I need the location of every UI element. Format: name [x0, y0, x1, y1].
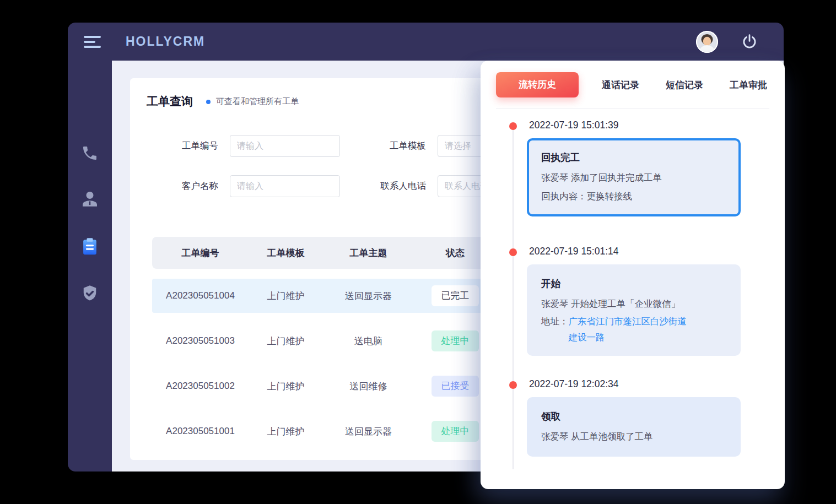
timeline-dot-icon [509, 122, 517, 130]
detail-panel: 流转历史通话记录短信记录工单审批 2022-07-19 15:01:39回执完工… [481, 61, 785, 489]
phone-icon [81, 144, 99, 162]
filter-label-customer-name: 客户名称 [155, 180, 218, 192]
clipboard-icon [79, 236, 100, 257]
timeline-timestamp: 2022-07-19 15:01:39 [529, 120, 785, 131]
status-badge: 处理中 [432, 421, 479, 442]
timeline-card-text: 张爱琴 添加了回执并完成工单 [541, 169, 726, 187]
timeline-card-title: 开始 [541, 277, 726, 290]
status-badge: 已接受 [432, 376, 479, 397]
timeline-entry: 2022-07-19 12:02:34领取张爱琴 从工单池领取了工单 [481, 378, 785, 457]
table-row[interactable]: A202305051003上门维护送电脑处理中 [152, 324, 497, 358]
timeline-card-title: 领取 [541, 410, 726, 423]
timeline-timestamp: 2022-07-19 15:01:14 [529, 246, 785, 257]
sidebar-item-security[interactable] [79, 283, 101, 305]
filter-input-customer-name[interactable] [230, 175, 340, 197]
cell-id: A202305051002 [152, 381, 249, 392]
shield-check-icon [80, 284, 100, 304]
person-icon [79, 189, 100, 210]
cell-subject: 送回维修 [323, 380, 414, 393]
page-head: 工单查询 可查看和管理所有工单 [147, 94, 299, 109]
table-column-header: 工单编号 [152, 247, 249, 259]
work-order-table: 工单编号工单模板工单主题状态 A202305051004上门维护送回显示器已完工… [152, 237, 497, 448]
sidebar-item-phone[interactable] [79, 142, 101, 164]
flow-history-timeline: 2022-07-19 15:01:39回执完工张爱琴 添加了回执并完成工单回执内… [481, 61, 785, 489]
cell-subject: 送回显示器 [323, 425, 414, 438]
timeline-card[interactable]: 开始张爱琴 开始处理工单「企业微信」地址：广东省江门市蓬江区白沙街道建设一路 [527, 264, 741, 356]
filter-input-order-id[interactable] [230, 135, 340, 157]
status-badge: 处理中 [432, 330, 479, 351]
status-badge: 已完工 [432, 285, 479, 306]
topbar: HOLLYCRM [68, 23, 784, 61]
timeline-dot-icon [509, 248, 517, 256]
timeline-entry: 2022-07-19 15:01:39回执完工张爱琴 添加了回执并完成工单回执内… [481, 120, 785, 216]
timeline-card[interactable]: 回执完工张爱琴 添加了回执并完成工单回执内容：更换转接线 [527, 138, 741, 216]
table-row[interactable]: A202305051004上门维护送回显示器已完工 [152, 279, 497, 313]
cell-template: 上门维护 [249, 335, 323, 348]
cell-id: A202305051001 [152, 426, 249, 437]
filter-label-order-template: 工单模板 [352, 140, 426, 152]
cell-subject: 送回显示器 [323, 290, 414, 302]
timeline-dot-icon [509, 381, 517, 389]
table-row[interactable]: A202305051001上门维护送回显示器处理中 [152, 414, 497, 448]
cell-template: 上门维护 [249, 425, 323, 438]
table-row[interactable]: A202305051002上门维护送回维修已接受 [152, 369, 497, 403]
cell-id: A202305051003 [152, 335, 249, 346]
timeline-timestamp: 2022-07-19 12:02:34 [529, 378, 785, 390]
sidebar-item-contacts[interactable] [79, 188, 101, 210]
power-icon[interactable] [741, 33, 758, 51]
table-column-header: 工单主题 [323, 247, 414, 259]
timeline-card-text: 张爱琴 从工单池领取了工单 [541, 427, 726, 446]
timeline-card[interactable]: 领取张爱琴 从工单池领取了工单 [527, 397, 741, 457]
cell-template: 上门维护 [249, 290, 323, 302]
cell-template: 上门维护 [249, 380, 323, 393]
avatar-photo [696, 31, 718, 53]
filter-label-order-id: 工单编号 [155, 140, 218, 152]
sidebar-item-orders[interactable] [79, 236, 101, 258]
avatar[interactable] [696, 31, 718, 53]
table-column-header: 工单模板 [249, 247, 323, 259]
table-body: A202305051004上门维护送回显示器已完工A202305051003上门… [152, 279, 497, 448]
sidebar [68, 61, 112, 472]
timeline-entry: 2022-07-19 15:01:14开始张爱琴 开始处理工单「企业微信」地址：… [481, 246, 785, 356]
screen: HOLLYCRM [0, 0, 836, 504]
cell-subject: 送电脑 [323, 335, 414, 348]
cell-id: A202305051004 [152, 290, 249, 301]
table-header: 工单编号工单模板工单主题状态 [152, 237, 497, 269]
timeline-card-title: 回执完工 [541, 151, 726, 164]
subtitle-dot-icon [206, 100, 211, 104]
page-title: 工单查询 [147, 94, 193, 109]
brand-logo: HOLLYCRM [126, 34, 205, 49]
address-label: 地址： [541, 313, 569, 345]
menu-icon[interactable] [84, 36, 101, 48]
timeline-card-text: 回执内容：更换转接线 [541, 187, 726, 206]
filter-label-contact-phone: 联系人电话 [352, 180, 426, 192]
timeline-card-text: 张爱琴 开始处理工单「企业微信」 [541, 295, 726, 313]
page-subtitle: 可查看和管理所有工单 [216, 96, 299, 107]
timeline-address-row: 地址：广东省江门市蓬江区白沙街道建设一路 [541, 313, 726, 345]
address-link[interactable]: 广东省江门市蓬江区白沙街道建设一路 [569, 313, 688, 345]
